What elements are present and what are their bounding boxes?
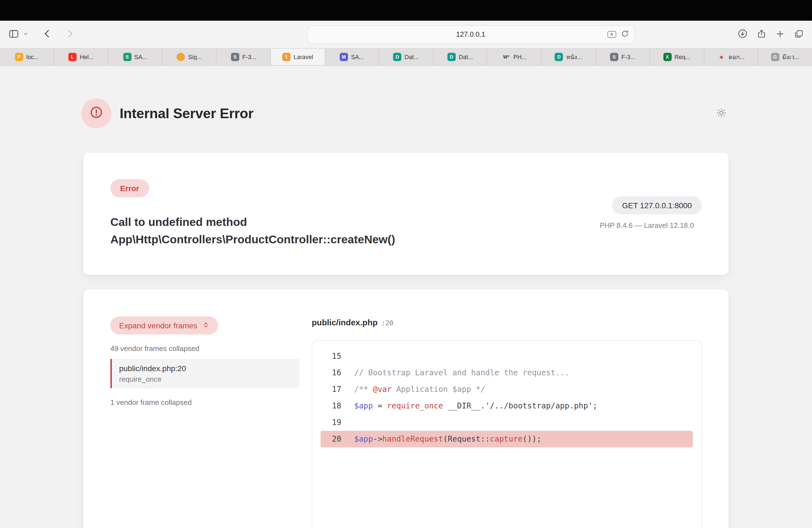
line-number: 20 xyxy=(323,435,342,444)
browser-tab[interactable]: W³PH... xyxy=(488,48,541,65)
plus-icon xyxy=(775,29,785,40)
browser-tab[interactable]: Dหนัง... xyxy=(541,48,596,65)
translate-icon[interactable]: A xyxy=(607,31,616,38)
browser-tab[interactable]: DDat... xyxy=(379,48,433,65)
source-text: // Bootstrap Laravel and handle the requ… xyxy=(354,368,569,378)
browser-toolbar: 127.0.0.1 A xyxy=(0,21,812,48)
tab-label: Laravel xyxy=(294,54,313,60)
browser-tab[interactable]: 1Laravel xyxy=(271,48,325,65)
tab-strip: Ploc...LHel...SSA...Sig...SF-3...1Larave… xyxy=(0,48,812,66)
back-button[interactable] xyxy=(42,28,53,40)
theme-toggle-button[interactable] xyxy=(716,107,727,119)
browser-tab[interactable]: SF-3... xyxy=(217,48,271,65)
share-icon xyxy=(756,29,766,40)
stack-frame-method: require_once xyxy=(119,375,292,383)
address-bar-icons: A xyxy=(607,29,629,40)
laravel-favicon: L xyxy=(68,53,76,61)
new-tab-button[interactable] xyxy=(775,29,785,40)
reload-icon[interactable] xyxy=(621,29,629,40)
m-blue-favicon: M xyxy=(340,53,348,61)
line-number: 15 xyxy=(323,352,342,361)
code-line: 17/** @var Application $app */ xyxy=(321,381,693,398)
stack-trace-card: Expand vendor frames 49 vendor frames co… xyxy=(83,289,729,528)
code-lines: 1516// Bootstrap Laravel and handle the … xyxy=(321,348,693,448)
browser-tab[interactable]: XReq... xyxy=(650,48,704,65)
sidebar-toggle-button[interactable] xyxy=(8,28,19,41)
tab-group-chevron-button[interactable] xyxy=(23,31,29,39)
line-number: 16 xyxy=(323,368,342,378)
browser-tab[interactable]: ◆ดอก... xyxy=(704,48,758,65)
tab-label: มีงเว... xyxy=(782,52,799,62)
browser-tab[interactable]: MSA... xyxy=(325,48,379,65)
gray-s-favicon: S xyxy=(610,53,619,61)
page-title: Internal Server Error xyxy=(120,105,253,121)
toolbar-center: 127.0.0.1 A xyxy=(231,25,710,44)
tab-overview-icon xyxy=(794,29,804,40)
code-line: 19 xyxy=(321,414,693,431)
chevron-down-icon xyxy=(23,31,29,39)
w3schools-favicon: W³ xyxy=(502,53,510,61)
code-line: 16// Bootstrap Laravel and handle the re… xyxy=(321,365,693,381)
tab-label: Dat... xyxy=(405,54,419,60)
tab-overview-button[interactable] xyxy=(794,29,804,40)
toolbar-right xyxy=(711,28,804,40)
browser-tab[interactable]: Ploc... xyxy=(0,48,54,65)
sun-icon xyxy=(716,107,727,119)
expand-vendor-frames-button[interactable]: Expand vendor frames xyxy=(110,317,218,335)
tab-label: หนัง... xyxy=(566,52,582,62)
address-bar-url: 127.0.0.1 xyxy=(307,31,634,39)
code-line-ref: :20 xyxy=(381,319,393,327)
browser-tab[interactable]: Sig... xyxy=(162,48,217,65)
exception-card: Error Call to undefined method App\Http\… xyxy=(83,153,729,275)
tab-label: Req... xyxy=(675,54,691,60)
tab-label: SA... xyxy=(134,54,147,60)
tab-label: F-3... xyxy=(621,54,635,60)
code-file-name: public/index.php xyxy=(312,318,378,327)
browser-tab[interactable]: LHel... xyxy=(54,48,108,65)
toolbar-left xyxy=(8,28,231,41)
browser-tab[interactable]: SSA... xyxy=(108,48,162,65)
line-number: 17 xyxy=(323,385,342,394)
stack-frame-file: public/index.php:20 xyxy=(119,364,292,373)
exception-message: Call to undefined method App\Http\Contro… xyxy=(110,214,473,249)
tab-label: SA... xyxy=(351,54,364,60)
stack-frame-item[interactable]: public/index.php:20 require_once xyxy=(110,359,299,388)
source-text: $app = require_once __DIR__.'/../bootstr… xyxy=(354,401,598,411)
code-file-header: public/index.php:20 xyxy=(312,317,702,327)
gray-s-favicon: S xyxy=(231,53,239,61)
code-line: 15 xyxy=(321,348,693,365)
code-block: 1516// Bootstrap Laravel and handle the … xyxy=(312,340,702,528)
request-pill: GET 127.0.0.1:8000 xyxy=(612,196,702,215)
phpmyadmin-favicon: P xyxy=(15,53,23,61)
error-page: Internal Server Error Error Call to unde… xyxy=(0,66,812,528)
browser-tab[interactable]: DDat... xyxy=(433,48,488,65)
orange-circle-favicon xyxy=(177,53,185,61)
exception-card-right: GET 127.0.0.1:8000 PHP 8.4.6 — Laravel 1… xyxy=(600,179,702,249)
download-icon xyxy=(737,28,748,40)
teal-favicon: D xyxy=(555,53,563,61)
source-text: $app->handleRequest(Request::capture()); xyxy=(354,435,541,444)
forward-button[interactable] xyxy=(64,28,75,40)
g-gray-favicon: G xyxy=(771,53,779,61)
page-header: Internal Server Error xyxy=(83,98,729,128)
address-bar[interactable]: 127.0.0.1 A xyxy=(307,25,635,44)
tab-label: Dat... xyxy=(459,54,473,60)
downloads-button[interactable] xyxy=(737,28,748,40)
source-text: /** @var Application $app */ xyxy=(354,385,485,394)
exception-card-left: Error Call to undefined method App\Http\… xyxy=(110,179,473,249)
back-chevron-icon xyxy=(42,28,53,40)
error-circle xyxy=(81,98,111,128)
screen: 127.0.0.1 A xyxy=(0,0,812,528)
tab-label: Sig... xyxy=(188,54,202,60)
code-line: 18$app = require_once __DIR__.'/../boots… xyxy=(321,398,693,414)
vendor-frames-collapsed-below: 1 vendor frame collapsed xyxy=(110,398,299,407)
share-button[interactable] xyxy=(756,29,766,40)
code-preview-column: public/index.php:20 1516// Bootstrap Lar… xyxy=(312,317,702,528)
teal-favicon: D xyxy=(393,53,402,61)
vendor-frames-collapsed-above: 49 vendor frames collapsed xyxy=(110,344,299,353)
browser-tab[interactable]: Gมีงเว... xyxy=(758,48,812,65)
environment-versions: PHP 8.4.6 — Laravel 12.18.0 xyxy=(600,221,702,230)
teal-favicon: D xyxy=(447,53,456,61)
browser-tab[interactable]: SF-3... xyxy=(596,48,650,65)
tab-label: Hel... xyxy=(80,54,93,60)
